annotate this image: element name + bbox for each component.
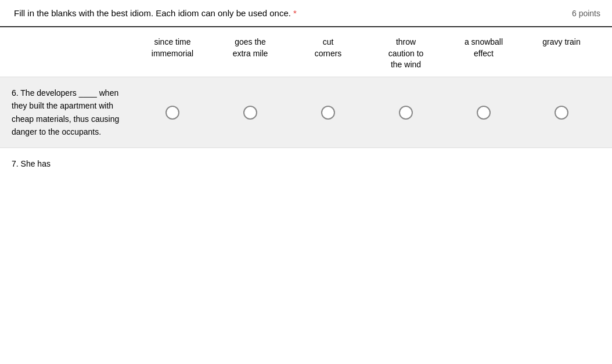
question-6-row: 6. The developers ____ when they built t… xyxy=(0,77,612,148)
q6-option-throw-caution[interactable] xyxy=(367,106,445,120)
col-header-cut-corners: cutcorners xyxy=(289,37,367,71)
instruction-text: Fill in the blanks with the best idiom. … xyxy=(14,8,297,18)
q6-option-since-time[interactable] xyxy=(134,106,211,120)
main-content: since timeimmemorial goes theextra mile … xyxy=(0,27,612,180)
question-7-text: 7. She has xyxy=(12,157,134,170)
question-6-text: 6. The developers ____ when they built t… xyxy=(12,87,134,139)
q6-radio-cut-corners[interactable] xyxy=(321,106,335,120)
col-header-since-time: since timeimmemorial xyxy=(134,37,211,71)
q6-option-gravy-train[interactable] xyxy=(523,106,600,120)
q6-option-goes-extra[interactable] xyxy=(211,106,289,120)
q6-radio-gravy-train[interactable] xyxy=(555,106,568,120)
q6-radio-since-time[interactable] xyxy=(165,106,179,120)
q6-radio-throw-caution[interactable] xyxy=(399,106,413,120)
col-header-gravy-train: gravy train xyxy=(523,37,600,71)
q6-option-snowball[interactable] xyxy=(445,106,523,120)
required-star: * xyxy=(293,8,297,18)
question-7-row: 7. She has xyxy=(0,147,612,179)
column-headers-row: since timeimmemorial goes theextra mile … xyxy=(0,27,612,77)
col-header-goes-extra: goes theextra mile xyxy=(211,37,289,71)
instruction-label: Fill in the blanks with the best idiom. … xyxy=(14,8,291,18)
q6-radio-goes-extra[interactable] xyxy=(243,106,257,120)
page-header: Fill in the blanks with the best idiom. … xyxy=(0,0,612,27)
col-header-throw-caution: throwcaution tothe wind xyxy=(367,37,445,71)
col-header-snowball: a snowballeffect xyxy=(445,37,523,71)
q6-radio-snowball[interactable] xyxy=(477,106,491,120)
points-label: 6 points xyxy=(572,9,600,18)
q6-option-cut-corners[interactable] xyxy=(289,106,367,120)
empty-col-header xyxy=(12,37,134,71)
